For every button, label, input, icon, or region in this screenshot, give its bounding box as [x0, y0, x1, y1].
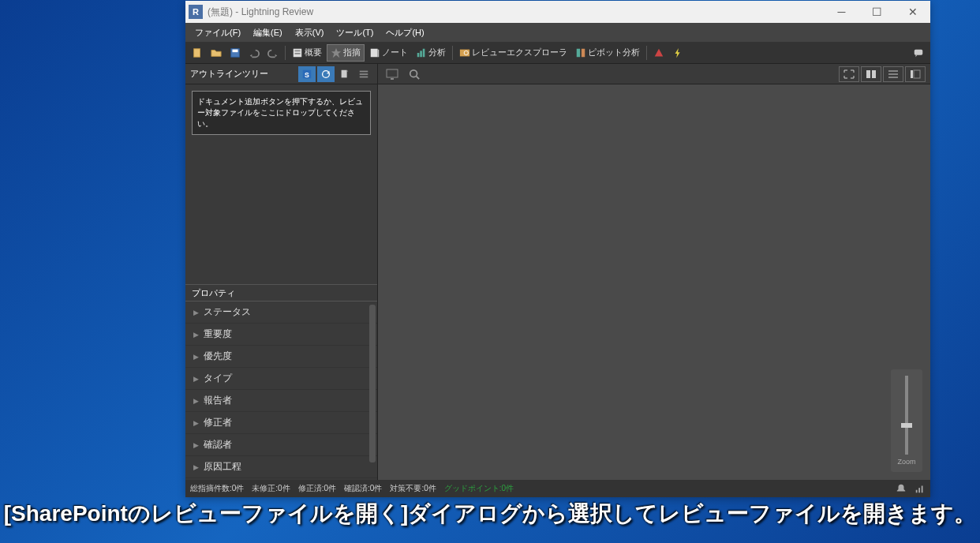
- analysis-button[interactable]: 分析: [413, 44, 449, 62]
- zoom-thumb[interactable]: [901, 423, 912, 428]
- svg-rect-32: [914, 70, 920, 78]
- list-button[interactable]: [355, 66, 372, 82]
- sharepoint-button[interactable]: S: [298, 66, 316, 82]
- svg-text:S: S: [305, 70, 309, 78]
- svg-rect-19: [360, 70, 368, 72]
- svg-rect-9: [423, 48, 425, 57]
- prop-severity[interactable]: ▶重要度: [185, 324, 377, 346]
- chevron-right-icon: ▶: [193, 419, 199, 427]
- prop-label: 修正者: [204, 416, 232, 429]
- fullscreen-button[interactable]: [839, 66, 859, 82]
- svg-rect-4: [295, 50, 301, 51]
- review-explorer-button[interactable]: レビューエクスプローラ: [456, 44, 570, 62]
- search-icon[interactable]: [405, 66, 424, 82]
- open-folder-button[interactable]: [208, 44, 225, 62]
- monitor-icon[interactable]: [383, 66, 402, 82]
- svg-rect-5: [295, 53, 301, 54]
- drop-hint: ドキュメント追加ボタンを押下するか、レビュー対象ファイルをここにドロップしてくだ…: [192, 91, 371, 135]
- prop-label: 重要度: [204, 328, 232, 341]
- menu-file[interactable]: ファイル(F): [189, 24, 247, 41]
- menu-view[interactable]: 表示(V): [289, 24, 331, 41]
- svg-rect-22: [387, 69, 398, 77]
- note-label: ノート: [382, 47, 408, 58]
- app-icon: R: [189, 5, 203, 19]
- prop-label: ステータス: [204, 305, 251, 319]
- prop-reporter[interactable]: ▶報告者: [185, 390, 377, 412]
- pivot-label: ピボット分析: [588, 47, 640, 58]
- comment-icon[interactable]: [910, 44, 927, 62]
- prop-type[interactable]: ▶タイプ: [185, 368, 377, 390]
- issue-button[interactable]: 指摘: [327, 44, 365, 62]
- menu-edit[interactable]: 編集(E): [247, 24, 289, 41]
- zoom-slider[interactable]: [905, 376, 908, 455]
- prop-priority[interactable]: ▶優先度: [185, 346, 377, 368]
- note-button[interactable]: ノート: [366, 44, 411, 62]
- maximize-button[interactable]: ☐: [859, 1, 895, 23]
- outline-tree-area[interactable]: ドキュメント追加ボタンを押下するか、レビュー対象ファイルをここにドロップしてくだ…: [185, 84, 377, 284]
- prop-status[interactable]: ▶ステータス: [185, 301, 377, 324]
- redo-button[interactable]: [264, 44, 282, 62]
- analysis-label: 分析: [428, 47, 446, 58]
- svg-rect-26: [866, 70, 870, 78]
- view-toolbar: [378, 64, 930, 84]
- instruction-caption: [SharePointのレビューファイルを開く]ダイアログから選択してレビューフ…: [0, 499, 980, 529]
- new-file-button[interactable]: [189, 44, 206, 62]
- app-window: R (無題) - Lightning Review ─ ☐ ✕ ファイル(F) …: [185, 1, 930, 497]
- svg-rect-0: [194, 48, 200, 57]
- svg-rect-27: [872, 70, 876, 78]
- zoom-label: Zoom: [897, 458, 915, 466]
- bell-icon[interactable]: [896, 483, 907, 494]
- svg-rect-2: [233, 49, 238, 52]
- window-controls: ─ ☐ ✕: [824, 1, 930, 23]
- status-total: 総指摘件数:0件: [190, 483, 244, 494]
- svg-rect-34: [918, 488, 920, 492]
- close-button[interactable]: ✕: [895, 1, 930, 23]
- toolbar-separator: [452, 46, 453, 60]
- prop-label: 原因工程: [204, 460, 241, 474]
- content-area: アウトラインツリー S ドキュメント追加ボタンを押下するか、レビュー対象ファイル…: [185, 64, 930, 480]
- prop-confirmer[interactable]: ▶確認者: [185, 434, 377, 456]
- window-title: (無題) - Lightning Review: [208, 6, 824, 19]
- warning-button[interactable]: [650, 44, 668, 62]
- status-fixed: 修正済:0件: [298, 483, 336, 494]
- view-canvas[interactable]: Zoom: [378, 84, 930, 480]
- refresh-button[interactable]: [317, 66, 335, 82]
- issue-label: 指摘: [343, 47, 361, 58]
- lines-button[interactable]: [883, 66, 903, 82]
- properties-scrollbar[interactable]: [369, 305, 376, 462]
- title-untitled: (無題): [208, 6, 233, 17]
- statusbar: 総指摘件数:0件 未修正:0件 修正済:0件 確認済:0件 対策不要:0件 グッ…: [185, 480, 930, 497]
- prop-label: 報告者: [204, 394, 232, 407]
- menubar: ファイル(F) 編集(E) 表示(V) ツール(T) ヘルプ(H): [185, 23, 930, 42]
- menu-tool[interactable]: ツール(T): [330, 24, 380, 41]
- chevron-right-icon: ▶: [193, 463, 199, 471]
- svg-rect-13: [582, 48, 585, 57]
- undo-button[interactable]: [245, 44, 263, 62]
- overview-label: 概要: [305, 47, 322, 58]
- split-h-button[interactable]: [861, 66, 881, 82]
- svg-point-24: [410, 69, 417, 77]
- save-button[interactable]: [226, 44, 244, 62]
- overview-button[interactable]: 概要: [289, 44, 325, 62]
- lightning-button[interactable]: [669, 44, 686, 62]
- pivot-button[interactable]: ピボット分析: [572, 44, 643, 62]
- chevron-right-icon: ▶: [193, 397, 199, 405]
- svg-rect-14: [915, 49, 923, 54]
- review-explorer-label: レビューエクスプローラ: [472, 47, 567, 58]
- prop-cause[interactable]: ▶原因工程: [185, 456, 377, 478]
- prop-label: タイプ: [204, 372, 232, 385]
- properties-header: プロパティ: [185, 284, 377, 301]
- menu-help[interactable]: ヘルプ(H): [380, 24, 430, 41]
- svg-rect-8: [420, 51, 422, 57]
- minimize-button[interactable]: ─: [824, 1, 859, 23]
- prop-fixer[interactable]: ▶修正者: [185, 412, 377, 434]
- signal-icon: [915, 483, 926, 494]
- toolbar-separator: [285, 46, 286, 60]
- toolbar-separator: [646, 46, 647, 60]
- titlebar: R (無題) - Lightning Review ─ ☐ ✕: [185, 1, 930, 23]
- sidebar-toggle-button[interactable]: [905, 66, 926, 82]
- add-doc-button[interactable]: [336, 66, 353, 82]
- outline-tree-label: アウトラインツリー: [190, 68, 297, 80]
- svg-line-25: [417, 76, 420, 79]
- svg-rect-12: [577, 48, 580, 57]
